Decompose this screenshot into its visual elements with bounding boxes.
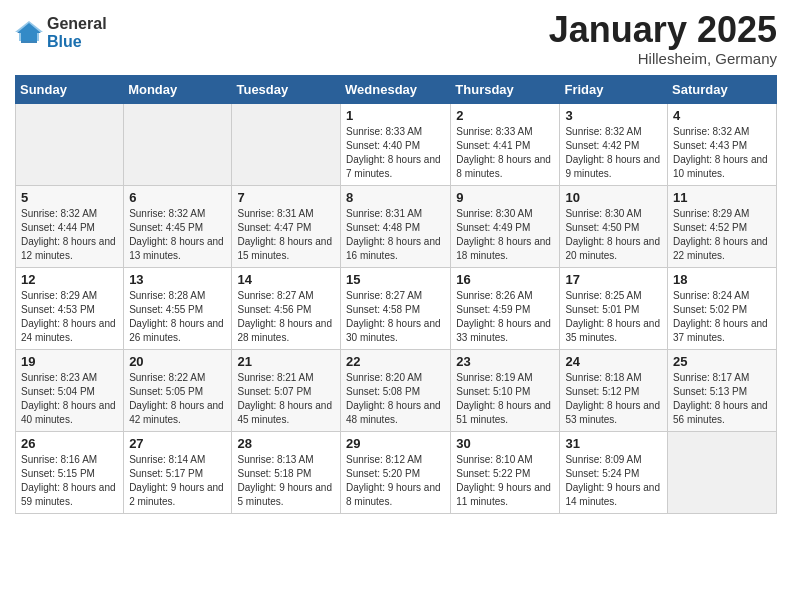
day-number: 4 [673,108,771,123]
day-number: 1 [346,108,445,123]
day-info: Sunrise: 8:27 AM Sunset: 4:56 PM Dayligh… [237,289,335,345]
weekday-header-friday: Friday [560,75,668,103]
day-number: 6 [129,190,226,205]
calendar-week-row: 12Sunrise: 8:29 AM Sunset: 4:53 PM Dayli… [16,267,777,349]
logo-general-text: General [47,15,107,33]
day-number: 12 [21,272,118,287]
weekday-header-sunday: Sunday [16,75,124,103]
calendar-cell: 21Sunrise: 8:21 AM Sunset: 5:07 PM Dayli… [232,349,341,431]
calendar-cell: 9Sunrise: 8:30 AM Sunset: 4:49 PM Daylig… [451,185,560,267]
day-number: 13 [129,272,226,287]
weekday-header-tuesday: Tuesday [232,75,341,103]
calendar-cell: 27Sunrise: 8:14 AM Sunset: 5:17 PM Dayli… [124,431,232,513]
day-info: Sunrise: 8:09 AM Sunset: 5:24 PM Dayligh… [565,453,662,509]
day-number: 31 [565,436,662,451]
calendar-cell: 25Sunrise: 8:17 AM Sunset: 5:13 PM Dayli… [668,349,777,431]
day-number: 16 [456,272,554,287]
calendar-week-row: 1Sunrise: 8:33 AM Sunset: 4:40 PM Daylig… [16,103,777,185]
day-info: Sunrise: 8:18 AM Sunset: 5:12 PM Dayligh… [565,371,662,427]
day-info: Sunrise: 8:21 AM Sunset: 5:07 PM Dayligh… [237,371,335,427]
day-info: Sunrise: 8:19 AM Sunset: 5:10 PM Dayligh… [456,371,554,427]
calendar-cell: 29Sunrise: 8:12 AM Sunset: 5:20 PM Dayli… [341,431,451,513]
calendar-cell: 16Sunrise: 8:26 AM Sunset: 4:59 PM Dayli… [451,267,560,349]
calendar-cell: 22Sunrise: 8:20 AM Sunset: 5:08 PM Dayli… [341,349,451,431]
day-number: 7 [237,190,335,205]
month-title: January 2025 [549,10,777,50]
calendar-week-row: 26Sunrise: 8:16 AM Sunset: 5:15 PM Dayli… [16,431,777,513]
day-number: 26 [21,436,118,451]
day-info: Sunrise: 8:14 AM Sunset: 5:17 PM Dayligh… [129,453,226,509]
logo-icon [15,19,43,47]
calendar-cell: 13Sunrise: 8:28 AM Sunset: 4:55 PM Dayli… [124,267,232,349]
day-number: 9 [456,190,554,205]
calendar-cell: 28Sunrise: 8:13 AM Sunset: 5:18 PM Dayli… [232,431,341,513]
day-info: Sunrise: 8:30 AM Sunset: 4:50 PM Dayligh… [565,207,662,263]
day-number: 29 [346,436,445,451]
calendar-week-row: 19Sunrise: 8:23 AM Sunset: 5:04 PM Dayli… [16,349,777,431]
calendar-cell: 31Sunrise: 8:09 AM Sunset: 5:24 PM Dayli… [560,431,668,513]
location-text: Hillesheim, Germany [549,50,777,67]
day-info: Sunrise: 8:13 AM Sunset: 5:18 PM Dayligh… [237,453,335,509]
page-header: General Blue January 2025 Hillesheim, Ge… [15,10,777,67]
calendar-cell: 2Sunrise: 8:33 AM Sunset: 4:41 PM Daylig… [451,103,560,185]
calendar-table: SundayMondayTuesdayWednesdayThursdayFrid… [15,75,777,514]
weekday-header-monday: Monday [124,75,232,103]
day-info: Sunrise: 8:29 AM Sunset: 4:52 PM Dayligh… [673,207,771,263]
day-number: 5 [21,190,118,205]
day-info: Sunrise: 8:26 AM Sunset: 4:59 PM Dayligh… [456,289,554,345]
day-info: Sunrise: 8:10 AM Sunset: 5:22 PM Dayligh… [456,453,554,509]
day-number: 21 [237,354,335,369]
day-info: Sunrise: 8:23 AM Sunset: 5:04 PM Dayligh… [21,371,118,427]
day-info: Sunrise: 8:33 AM Sunset: 4:40 PM Dayligh… [346,125,445,181]
calendar-cell: 1Sunrise: 8:33 AM Sunset: 4:40 PM Daylig… [341,103,451,185]
day-info: Sunrise: 8:32 AM Sunset: 4:42 PM Dayligh… [565,125,662,181]
day-number: 30 [456,436,554,451]
day-number: 22 [346,354,445,369]
day-info: Sunrise: 8:27 AM Sunset: 4:58 PM Dayligh… [346,289,445,345]
calendar-cell: 11Sunrise: 8:29 AM Sunset: 4:52 PM Dayli… [668,185,777,267]
calendar-cell: 6Sunrise: 8:32 AM Sunset: 4:45 PM Daylig… [124,185,232,267]
weekday-header-row: SundayMondayTuesdayWednesdayThursdayFrid… [16,75,777,103]
day-number: 14 [237,272,335,287]
day-info: Sunrise: 8:31 AM Sunset: 4:48 PM Dayligh… [346,207,445,263]
day-info: Sunrise: 8:32 AM Sunset: 4:43 PM Dayligh… [673,125,771,181]
day-info: Sunrise: 8:30 AM Sunset: 4:49 PM Dayligh… [456,207,554,263]
page-container: General Blue January 2025 Hillesheim, Ge… [0,0,792,529]
day-info: Sunrise: 8:33 AM Sunset: 4:41 PM Dayligh… [456,125,554,181]
day-info: Sunrise: 8:22 AM Sunset: 5:05 PM Dayligh… [129,371,226,427]
day-number: 27 [129,436,226,451]
calendar-cell: 26Sunrise: 8:16 AM Sunset: 5:15 PM Dayli… [16,431,124,513]
day-number: 18 [673,272,771,287]
day-info: Sunrise: 8:29 AM Sunset: 4:53 PM Dayligh… [21,289,118,345]
day-number: 10 [565,190,662,205]
calendar-cell: 24Sunrise: 8:18 AM Sunset: 5:12 PM Dayli… [560,349,668,431]
day-number: 19 [21,354,118,369]
day-number: 23 [456,354,554,369]
logo: General Blue [15,15,107,50]
day-number: 28 [237,436,335,451]
title-area: January 2025 Hillesheim, Germany [549,10,777,67]
day-info: Sunrise: 8:32 AM Sunset: 4:44 PM Dayligh… [21,207,118,263]
day-number: 2 [456,108,554,123]
calendar-cell: 14Sunrise: 8:27 AM Sunset: 4:56 PM Dayli… [232,267,341,349]
calendar-cell: 23Sunrise: 8:19 AM Sunset: 5:10 PM Dayli… [451,349,560,431]
calendar-cell: 30Sunrise: 8:10 AM Sunset: 5:22 PM Dayli… [451,431,560,513]
calendar-cell [232,103,341,185]
day-info: Sunrise: 8:20 AM Sunset: 5:08 PM Dayligh… [346,371,445,427]
calendar-cell: 4Sunrise: 8:32 AM Sunset: 4:43 PM Daylig… [668,103,777,185]
logo-text: General Blue [47,15,107,50]
calendar-cell: 10Sunrise: 8:30 AM Sunset: 4:50 PM Dayli… [560,185,668,267]
day-number: 11 [673,190,771,205]
calendar-cell [124,103,232,185]
calendar-cell: 18Sunrise: 8:24 AM Sunset: 5:02 PM Dayli… [668,267,777,349]
day-info: Sunrise: 8:25 AM Sunset: 5:01 PM Dayligh… [565,289,662,345]
day-info: Sunrise: 8:32 AM Sunset: 4:45 PM Dayligh… [129,207,226,263]
day-info: Sunrise: 8:28 AM Sunset: 4:55 PM Dayligh… [129,289,226,345]
calendar-cell: 15Sunrise: 8:27 AM Sunset: 4:58 PM Dayli… [341,267,451,349]
calendar-cell: 5Sunrise: 8:32 AM Sunset: 4:44 PM Daylig… [16,185,124,267]
day-number: 17 [565,272,662,287]
day-info: Sunrise: 8:17 AM Sunset: 5:13 PM Dayligh… [673,371,771,427]
day-number: 24 [565,354,662,369]
day-number: 8 [346,190,445,205]
calendar-cell [668,431,777,513]
